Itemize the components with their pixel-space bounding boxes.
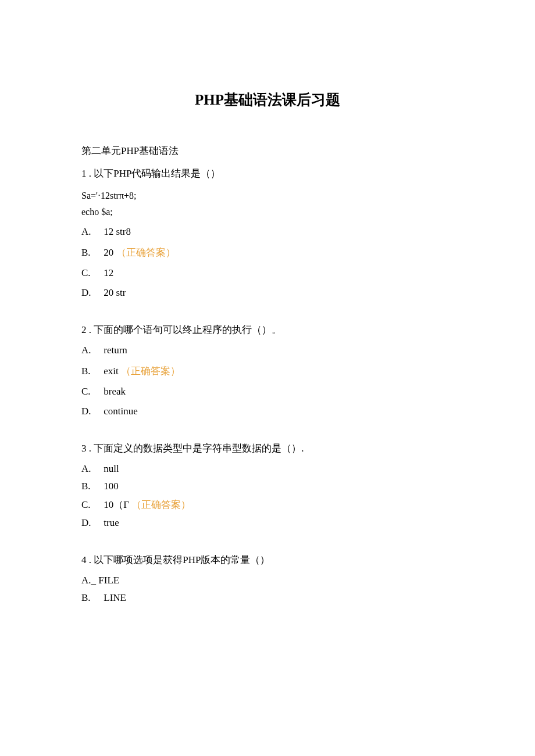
option-letter: D. (81, 517, 101, 529)
option-text: exit (104, 366, 119, 377)
question-1-option-c: C. 12 (81, 267, 454, 279)
question-3: 3 . 下面定义的数据类型中是字符串型数据的是（）. A. null B. 10… (81, 442, 454, 529)
option-text: break (104, 386, 126, 397)
correct-answer-label: （正确答案） (116, 247, 176, 258)
option-text: return (104, 345, 127, 356)
question-3-header: 3 . 下面定义的数据类型中是字符串型数据的是（）. (81, 442, 454, 455)
question-2-option-c: C. break (81, 386, 454, 397)
option-letter: D. (81, 406, 101, 417)
document-title: PHP基础语法课后习题 (81, 90, 454, 109)
option-text: FILE (96, 575, 119, 586)
option-text: continue (104, 406, 138, 417)
question-1: 1 . 以下PHP代码输出结果是（） Sa='⋅12strπ+8; echo $… (81, 167, 454, 299)
option-letter: A. (81, 463, 101, 475)
question-1-option-b: B. 20 （正确答案） (81, 246, 454, 259)
question-3-option-a: A. null (81, 463, 454, 475)
option-text: true (104, 517, 119, 528)
question-1-header: 1 . 以下PHP代码输出结果是（） (81, 167, 454, 180)
question-2-option-d: D. continue (81, 406, 454, 417)
document-subtitle: 第二单元PHP基础语法 (81, 144, 454, 157)
option-text: 20 str (104, 287, 126, 298)
option-text: null (104, 463, 119, 474)
question-3-option-b: B. 100 (81, 481, 454, 492)
option-letter: A. (81, 226, 101, 238)
question-4-header: 4 . 以下哪项选项是获得PHP版本的常量（） (81, 553, 454, 567)
option-letter: A. (81, 345, 101, 356)
question-1-option-a: A. 12 str8 (81, 226, 454, 238)
option-letter: A._ (81, 575, 96, 586)
option-letter: C. (81, 499, 101, 511)
correct-answer-label: （正确答案） (121, 366, 180, 377)
option-letter: C. (81, 267, 101, 279)
option-letter: B. (81, 481, 101, 492)
correct-answer-label: （正确答案） (131, 499, 191, 510)
option-text: 100 (104, 481, 119, 492)
option-letter: B. (81, 247, 101, 259)
question-2-option-a: A. return (81, 345, 454, 356)
question-2-header: 2 . 下面的哪个语句可以终止程序的执行（）。 (81, 323, 454, 336)
option-text: LINE (104, 592, 126, 603)
option-letter: B. (81, 592, 101, 604)
question-2-option-b: B. exit （正确答案） (81, 364, 454, 378)
question-2: 2 . 下面的哪个语句可以终止程序的执行（）。 A. return B. exi… (81, 323, 454, 417)
question-1-code-1: Sa='⋅12strπ+8; (81, 188, 454, 203)
question-4-option-b: B. LINE (81, 592, 454, 604)
option-text: 20 (104, 247, 113, 258)
option-text: 10（Γ (104, 499, 129, 510)
question-3-option-c: C. 10（Γ （正确答案） (81, 498, 454, 511)
option-letter: B. (81, 366, 101, 377)
question-3-option-d: D. true (81, 517, 454, 529)
question-4-option-a: A._ FILE (81, 575, 454, 586)
question-1-option-d: D. 20 str (81, 287, 454, 299)
option-letter: C. (81, 386, 101, 397)
option-text: 12 str8 (104, 226, 131, 237)
option-text: 12 (104, 267, 113, 278)
question-1-code-2: echo $a; (81, 205, 454, 220)
question-4: 4 . 以下哪项选项是获得PHP版本的常量（） A._ FILE B. LINE (81, 553, 454, 604)
option-letter: D. (81, 287, 101, 299)
